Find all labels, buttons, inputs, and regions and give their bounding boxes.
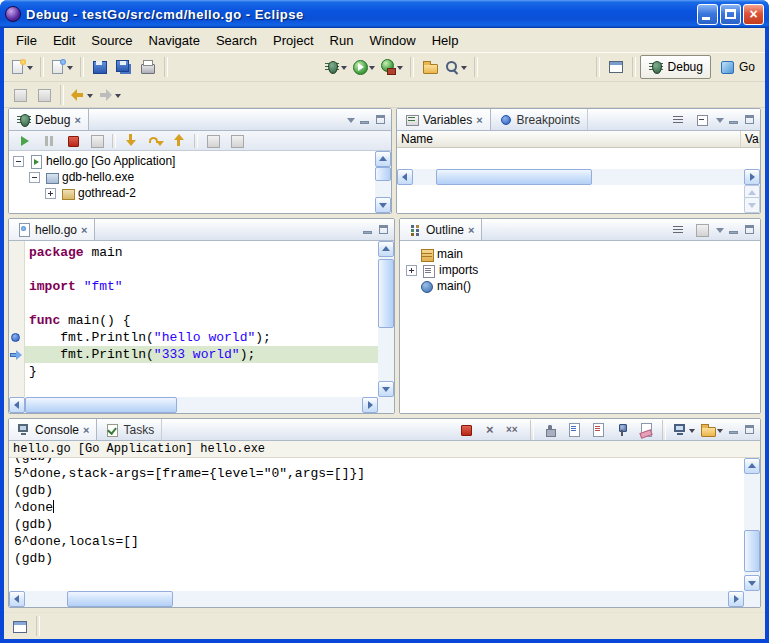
outline-tree[interactable]: mainimportsmain() [400,241,760,413]
dropdown-arrow-icon[interactable] [396,60,404,74]
tab-tasks[interactable]: Tasks [97,419,162,440]
show-types-button[interactable] [666,110,690,130]
scroll-right-button[interactable] [362,397,378,413]
console-h-scrollbar[interactable] [9,591,744,607]
dropdown-arrow-icon[interactable] [86,88,94,102]
outline-item[interactable]: main [400,246,760,262]
forward-button[interactable] [96,83,124,107]
breakpoint-icon[interactable] [11,333,20,342]
view-menu-icon[interactable] [714,222,726,237]
menu-edit[interactable]: Edit [45,30,83,51]
tree-expander[interactable] [45,188,56,199]
scrollbar-thumb[interactable] [375,167,391,181]
annotation-ruler[interactable] [9,241,25,397]
column-name[interactable]: Name [397,131,741,147]
variables-view-titlebar[interactable]: Variables×Breakpoints [397,109,760,131]
show-stderr-button[interactable] [586,420,610,440]
close-tab-icon[interactable]: × [468,223,474,237]
print-button[interactable] [136,55,160,79]
scroll-down-button[interactable] [744,197,760,213]
scroll-left-button[interactable] [9,591,25,607]
close-button[interactable]: × [743,4,764,25]
remove-all-button[interactable] [502,420,526,440]
outline-titlebar[interactable]: Outline × [400,219,760,241]
scroll-lock-button[interactable] [538,420,562,440]
scroll-down-button[interactable] [378,381,394,397]
prev-annotation-button[interactable] [8,83,32,107]
pin-button[interactable] [610,420,634,440]
tab-hello-go[interactable]: hello.go × [9,219,95,240]
dropdown-arrow-icon[interactable] [688,423,696,437]
external-tools-button[interactable] [378,55,406,79]
search-button[interactable] [442,55,470,79]
menu-project[interactable]: Project [265,30,321,51]
outline-item[interactable]: imports [400,262,760,278]
drop-frame-button[interactable] [201,131,225,151]
save-all-button[interactable] [112,55,136,79]
scrollbar-thumb[interactable] [744,530,760,572]
run-button[interactable] [350,55,378,79]
dropdown-arrow-icon[interactable] [26,60,34,74]
console-titlebar[interactable]: Console×Tasks [9,419,760,441]
back-button[interactable] [68,83,96,107]
display-console-button[interactable] [670,420,698,440]
view-menu-icon[interactable] [345,112,357,127]
menu-window[interactable]: Window [361,30,423,51]
sort-button[interactable] [666,220,690,240]
close-tab-icon[interactable]: × [476,113,482,127]
resume-button[interactable] [13,131,37,151]
link-editor-button[interactable] [690,220,714,240]
scrollbar-thumb[interactable] [378,259,394,327]
open-perspective-button[interactable] [604,55,628,79]
open-folder-button[interactable] [418,55,442,79]
debug-tree-item[interactable]: gothread-2 [9,185,375,201]
tree-expander[interactable] [29,172,40,183]
minimize-view-button[interactable] [357,112,373,127]
dropdown-arrow-icon[interactable] [340,60,348,74]
maximize-button[interactable] [720,4,741,25]
minimize-view-button[interactable] [360,222,376,237]
debug-view-titlebar[interactable]: Debug × [9,109,391,131]
dropdown-arrow-icon[interactable] [114,88,122,102]
column-value[interactable]: Value [741,131,760,147]
minimize-view-button[interactable] [726,422,742,437]
menu-search[interactable]: Search [208,30,265,51]
menu-help[interactable]: Help [424,30,467,51]
remove-launch-button[interactable] [478,420,502,440]
collapse-all-button[interactable] [690,110,714,130]
scroll-up-button[interactable] [375,151,391,167]
close-tab-icon[interactable]: × [81,223,87,237]
close-tab-icon[interactable]: × [83,423,89,437]
new-go-button[interactable] [48,55,76,79]
editor-h-scrollbar[interactable] [9,397,378,413]
step-into-button[interactable] [119,131,143,151]
dropdown-arrow-icon[interactable] [460,60,468,74]
scrollbar-thumb[interactable] [436,169,592,185]
disconnect-button[interactable] [85,131,109,151]
tree-expander[interactable] [13,156,24,167]
tab-breakpoints[interactable]: Breakpoints [491,109,588,130]
tab-console[interactable]: Console× [9,419,97,440]
window-titlebar[interactable]: Debug - testGo/src/cmd/hello.go - Eclips… [0,0,769,28]
step-filters-button[interactable] [225,131,249,151]
console-v-scrollbar[interactable] [744,458,760,591]
open-console-button[interactable] [698,420,726,440]
scroll-up-button[interactable] [378,241,394,257]
variables-h-scrollbar[interactable] [397,169,760,185]
view-menu-icon[interactable] [714,112,726,127]
code-editor[interactable]: package mainimport "fmt"func main() { fm… [25,241,378,397]
scroll-up-button[interactable] [744,458,760,474]
menu-run[interactable]: Run [322,30,362,51]
fast-view-button[interactable] [8,614,32,638]
maximize-view-button[interactable] [373,112,389,127]
terminate-button[interactable] [61,131,85,151]
minimize-view-button[interactable] [726,112,742,127]
menu-navigate[interactable]: Navigate [141,30,208,51]
minimize-button[interactable] [697,4,718,25]
scroll-left-button[interactable] [9,397,25,413]
variables-tree[interactable] [397,148,760,169]
maximize-view-button[interactable] [376,222,392,237]
menu-source[interactable]: Source [83,30,140,51]
perspective-go-button[interactable]: Go [711,55,763,79]
save-button[interactable] [88,55,112,79]
